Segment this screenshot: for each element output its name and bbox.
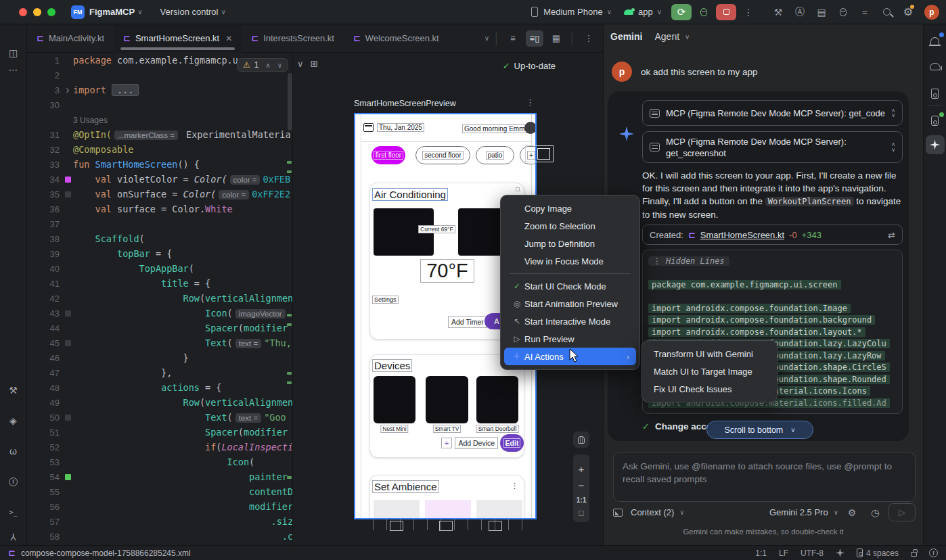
code-line[interactable]: 31@OptIn(...markerClass = ExperimentalMa…	[27, 127, 292, 142]
selection-handle[interactable]	[537, 148, 550, 160]
ambience-tile[interactable]	[374, 500, 420, 519]
code-line[interactable]: 54 painter	[27, 469, 292, 484]
build-run-icon[interactable]: ⚒	[769, 4, 788, 20]
code-line[interactable]: 55 contentD	[27, 484, 292, 499]
caret-position[interactable]: 1:1	[755, 549, 767, 558]
close-window-button[interactable]	[19, 8, 27, 16]
menu-item-view-in-focus-mode[interactable]: View in Focus Mode	[504, 252, 636, 270]
menu-item-start-interactive-mode[interactable]: ↖Start Interactive Mode	[504, 312, 636, 330]
settings-button[interactable]: ⚙	[899, 4, 918, 20]
capture-icon[interactable]: ≈	[855, 4, 874, 20]
project-widget[interactable]: FM FigmaMCP ∨	[71, 5, 143, 19]
run-config-selector[interactable]: app ∨	[624, 7, 662, 17]
mockup-avatar[interactable]	[524, 122, 537, 134]
view-code-only-button[interactable]: ≡	[504, 30, 522, 47]
code-line[interactable]: 45 Text(text ="Thu,	[27, 335, 292, 350]
add-device-button[interactable]: Add Device	[455, 437, 498, 449]
menu-item-start-animation-preview[interactable]: ◎Start Animation Preview	[504, 295, 636, 312]
code-line[interactable]: 50 Text(text ="Goo	[27, 410, 292, 425]
inspection-widget[interactable]: ⚠ 1 ∧ ∨	[237, 58, 288, 72]
version-control-branch-icon[interactable]: Y	[4, 528, 23, 546]
indent-config[interactable]: 4 spaces	[857, 549, 899, 558]
code-line[interactable]: 44 Spacer(modifier	[27, 321, 292, 335]
terminal-icon[interactable]: >_	[4, 503, 23, 521]
tab-welcomescreen-kt[interactable]: ⊏WelcomeScreen.kt	[344, 24, 449, 53]
code-line[interactable]: 30	[27, 97, 292, 112]
code-line[interactable]: 48 actions = {	[27, 380, 292, 395]
code-line[interactable]: 46 }	[27, 350, 292, 365]
code-line[interactable]: 53 Icon(	[27, 454, 292, 469]
preview-kebab-menu[interactable]: ⋮	[526, 97, 535, 108]
code-line[interactable]: 49 Row(verticalAlignmen	[27, 395, 292, 410]
code-line[interactable]: 43 Icon(imageVector	[27, 306, 292, 321]
editor-options-kebab[interactable]: ⋮	[580, 30, 598, 47]
tab-mainactivity-kt[interactable]: ⊏MainActivity.kt	[27, 24, 114, 53]
next-problem-icon[interactable]: ∨	[277, 62, 282, 69]
code-line[interactable]: 40 TopAppBar(	[27, 261, 292, 276]
user-avatar[interactable]: p	[924, 5, 939, 20]
send-button[interactable]: ▷	[888, 503, 916, 521]
preview-collapse-chevron[interactable]: ∨	[297, 59, 304, 69]
todo-list-icon[interactable]: ▤	[812, 4, 831, 20]
problems-icon[interactable]: !	[4, 472, 23, 491]
gemini-tool-window-icon[interactable]	[926, 135, 945, 154]
open-diff-icon[interactable]: ⇄	[888, 230, 895, 240]
file-encoding[interactable]: UTF-8	[801, 549, 824, 558]
created-file-link[interactable]: SmartHomeScreen.kt	[700, 230, 784, 240]
code-line[interactable]: 34 val violetColor = Color(color =0xFEB	[27, 172, 292, 187]
code-line[interactable]: 52 if(LocalInspecti	[27, 440, 292, 454]
lock-icon[interactable]	[911, 552, 917, 557]
code-editor[interactable]: ⚠ 1 ∧ ∨ 1package com.example.figmamcp.u2…	[27, 53, 292, 545]
code-line[interactable]: 3›import ...	[27, 83, 292, 97]
ambience-tile[interactable]	[425, 500, 471, 519]
device-tile-nest-mini[interactable]	[374, 376, 415, 423]
code-line[interactable]: 36 val surface = Color.White	[27, 202, 292, 216]
minimize-window-button[interactable]	[33, 8, 41, 16]
debug-button[interactable]	[694, 4, 713, 20]
tab-overflow-chevron[interactable]: ∨	[485, 34, 489, 42]
context-button[interactable]: Context (2) ∨	[631, 507, 685, 517]
zoom-out-button[interactable]: −	[579, 480, 585, 491]
code-line[interactable]: 37	[27, 216, 292, 231]
submenu-item-match-ui-to-target-image[interactable]: Match UI to Target Image	[646, 363, 773, 380]
mcp-tool-card[interactable]: MCP (Figma Remote Dev Mode MCP Server): …	[642, 131, 903, 163]
view-preview-only-button[interactable]: ▦	[547, 30, 565, 47]
submenu-item-transform-ui-with-gemini[interactable]: Transform UI with Gemini	[646, 345, 773, 363]
room-chip-patio[interactable]: patio	[476, 146, 514, 164]
ac-settings-label[interactable]: Settings	[372, 296, 399, 304]
more-tool-windows-icon[interactable]: ⋯	[4, 60, 23, 79]
code-line[interactable]: 57 .siz	[27, 514, 292, 529]
zoom-reset-button[interactable]: 1:1	[576, 496, 586, 504]
profiler-icon[interactable]: Ⓐ	[790, 4, 809, 20]
rerun-button[interactable]: ⟳	[671, 4, 692, 20]
preview-title[interactable]: SmartHomeScreenPreview	[354, 99, 456, 108]
code-line[interactable]: 38 Scaffold(	[27, 231, 292, 246]
device-manager-icon[interactable]	[926, 84, 945, 103]
statusbar-filename[interactable]: compose-compose-model-1758866285245.xml	[21, 549, 191, 558]
gutter-color-swatch[interactable]	[65, 340, 71, 346]
zoom-in-button[interactable]: +	[579, 463, 585, 475]
gutter-color-swatch[interactable]	[65, 415, 71, 421]
search-everywhere-button[interactable]	[877, 4, 896, 20]
gemini-mode-selector[interactable]: Agent ∨	[654, 31, 690, 42]
gemini-status-icon[interactable]	[836, 549, 844, 557]
device-tile-smart-doorbell[interactable]	[476, 376, 518, 423]
gemini-settings-gear-icon[interactable]: ⚙	[842, 505, 861, 521]
vcs-widget[interactable]: Version control ∨	[160, 7, 226, 17]
pan-tool-button[interactable]	[573, 431, 589, 448]
code-line[interactable]: 33fun SmartHomeScreen() {	[27, 157, 292, 172]
hidden-lines-label[interactable]: Hidden Lines	[666, 256, 725, 266]
running-devices-icon[interactable]	[926, 111, 945, 130]
gutter-color-swatch[interactable]	[65, 310, 71, 317]
code-line[interactable]: 35 val onSurface = Color(color =0xFF2E2	[27, 187, 292, 202]
ambience-tile[interactable]	[476, 500, 522, 519]
model-selector[interactable]: Gemini 2.5 Pro ∨	[769, 507, 838, 517]
history-clock-icon[interactable]: ◷	[865, 505, 884, 521]
gutter-color-swatch[interactable]	[65, 474, 71, 480]
project-folder-icon[interactable]	[4, 26, 23, 45]
app-inspection-gem-icon[interactable]: ◈	[4, 411, 23, 430]
preview-grid-layout-icon[interactable]: ⊞	[311, 58, 319, 69]
editor-scrollbar[interactable]	[288, 73, 292, 131]
tab-interestsscreen-kt[interactable]: ⊏InterestsScreen.kt	[242, 24, 344, 53]
view-split-button[interactable]: ≡▯	[526, 30, 543, 47]
